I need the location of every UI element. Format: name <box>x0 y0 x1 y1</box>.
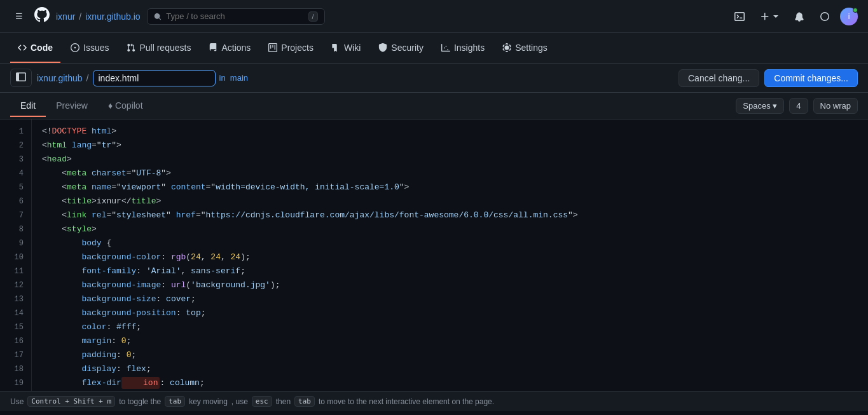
line-num-18: 18 <box>0 362 31 376</box>
hamburger-menu-button[interactable]: ☰ <box>10 9 28 24</box>
file-path: ixnur.github / in main <box>37 70 673 86</box>
nav-item-issues[interactable]: Issues <box>63 33 116 63</box>
code-line-11: font-family: 'Arial', sans-serif; <box>42 264 858 278</box>
code-line-2: <html lang="tr"> <box>42 139 858 153</box>
line-num-2: 2 <box>0 139 31 153</box>
nowrap-button[interactable]: No wrap <box>813 98 858 114</box>
code-line-17: padding: 0; <box>42 348 858 362</box>
line-num-16: 16 <box>0 334 31 348</box>
nav-item-insights-label: Insights <box>454 43 485 53</box>
sidebar-toggle-button[interactable] <box>10 69 32 87</box>
repo-nav: Code Issues Pull requests Actions Projec… <box>0 33 868 64</box>
terminal-button[interactable] <box>729 9 750 24</box>
code-line-20: align-items: center; <box>42 390 858 391</box>
spaces-button[interactable]: Spaces ▾ <box>736 98 784 114</box>
nav-item-code[interactable]: Code <box>10 33 60 63</box>
code-line-15: color: #fff; <box>42 320 858 334</box>
nav-item-pull-requests[interactable]: Pull requests <box>119 33 198 63</box>
terminal-icon <box>734 11 745 22</box>
breadcrumb-separator: / <box>79 11 81 22</box>
status-kbd-3: esc <box>252 396 272 407</box>
notifications-button[interactable] <box>789 9 809 24</box>
sidebar-icon <box>16 72 26 82</box>
search-bar[interactable]: / <box>147 8 325 25</box>
copilot-icon <box>820 11 830 22</box>
code-icon <box>18 43 27 52</box>
status-text-1: Use <box>10 397 24 406</box>
code-line-3: <head> <box>42 153 858 167</box>
top-nav-bar: ☰ ixnur / ixnur.github.io / <box>0 0 868 33</box>
line-num-10: 10 <box>0 250 31 264</box>
code-line-13: background-size: cover; <box>42 292 858 306</box>
nav-item-pull-requests-label: Pull requests <box>139 43 191 53</box>
commit-changes-button[interactable]: Commit changes... <box>764 69 858 87</box>
code-content[interactable]: <!DOCTYPE html> <html lang="tr"> <head> … <box>32 119 868 391</box>
line-num-7: 7 <box>0 208 31 222</box>
status-text-5: then <box>276 397 291 406</box>
code-line-19: flex-dir ion: column; <box>42 376 858 390</box>
line-num-12: 12 <box>0 278 31 292</box>
code-line-14: background-position: top; <box>42 306 858 320</box>
code-line-7: <link rel="stylesheet" href="https://cdn… <box>42 208 858 222</box>
nav-item-security-label: Security <box>391 43 424 53</box>
nav-item-wiki-label: Wiki <box>344 43 361 53</box>
copilot-button[interactable] <box>815 9 835 24</box>
file-name-input[interactable] <box>93 70 216 86</box>
breadcrumb-repo-link[interactable]: ixnur.github.io <box>85 11 140 22</box>
code-line-10: background-color: rgb(24, 24, 24); <box>42 250 858 264</box>
indent-button[interactable]: 4 <box>789 98 808 114</box>
code-line-5: <meta name="viewport" content="width=dev… <box>42 180 858 194</box>
nav-item-actions[interactable]: Actions <box>201 33 258 63</box>
line-num-14: 14 <box>0 306 31 320</box>
pull-requests-icon <box>127 43 135 52</box>
nav-item-insights[interactable]: Insights <box>434 33 492 63</box>
nav-item-settings-label: Settings <box>515 43 548 53</box>
code-line-1: <!DOCTYPE html> <box>42 125 858 139</box>
wiki-icon <box>331 43 340 52</box>
security-icon <box>378 43 387 52</box>
avatar[interactable]: i <box>840 8 858 25</box>
nav-item-settings[interactable]: Settings <box>495 33 555 63</box>
file-path-separator: / <box>86 73 89 83</box>
line-num-5: 5 <box>0 180 31 194</box>
search-input[interactable] <box>166 11 303 21</box>
cancel-changes-button[interactable]: Cancel chang... <box>679 69 759 87</box>
nav-item-security[interactable]: Security <box>371 33 431 63</box>
editor-header: ixnur.github / in main Cancel chang... C… <box>0 64 868 93</box>
in-label: in <box>219 73 226 83</box>
tab-copilot[interactable]: ♦ Copilot <box>98 95 153 117</box>
add-button[interactable] <box>755 9 784 24</box>
code-line-16: margin: 0; <box>42 334 858 348</box>
status-kbd-2: tab <box>165 396 185 407</box>
repo-name-link[interactable]: ixnur.github <box>37 73 83 83</box>
status-text-6: to move to the next interactive element … <box>319 397 494 406</box>
nav-item-actions-label: Actions <box>221 43 251 53</box>
line-num-1: 1 <box>0 125 31 139</box>
line-num-20: 20 <box>0 390 31 391</box>
top-bar-left: ☰ ixnur / ixnur.github.io / <box>10 7 722 26</box>
settings-icon <box>502 43 511 52</box>
indent-label: 4 <box>796 101 801 111</box>
nav-item-issues-label: Issues <box>83 43 109 53</box>
line-num-9: 9 <box>0 236 31 250</box>
status-text-4: , use <box>231 397 248 406</box>
plus-icon <box>760 11 770 22</box>
header-actions: Cancel chang... Commit changes... <box>679 69 858 87</box>
insights-icon <box>441 43 450 52</box>
status-text-2: to toggle the <box>119 397 161 406</box>
nav-item-code-label: Code <box>31 43 53 53</box>
code-line-9: body { <box>42 236 858 250</box>
tab-edit[interactable]: Edit <box>10 95 46 117</box>
branch-name: main <box>230 73 248 83</box>
chevron-down-icon <box>773 13 779 20</box>
status-text-3: key moving <box>189 397 228 406</box>
editor-toolbar: Edit Preview ♦ Copilot Spaces ▾ 4 No wra… <box>0 93 868 119</box>
code-editor: 1 2 3 4 5 6 7 8 9 10 11 12 13 14 15 16 1… <box>0 119 868 391</box>
branch-info: in main <box>219 73 249 83</box>
nav-item-projects[interactable]: Projects <box>261 33 321 63</box>
breadcrumb-user-link[interactable]: ixnur <box>56 11 75 22</box>
line-num-11: 11 <box>0 264 31 278</box>
tab-preview[interactable]: Preview <box>46 95 98 117</box>
nav-item-wiki[interactable]: Wiki <box>324 33 368 63</box>
line-num-15: 15 <box>0 320 31 334</box>
